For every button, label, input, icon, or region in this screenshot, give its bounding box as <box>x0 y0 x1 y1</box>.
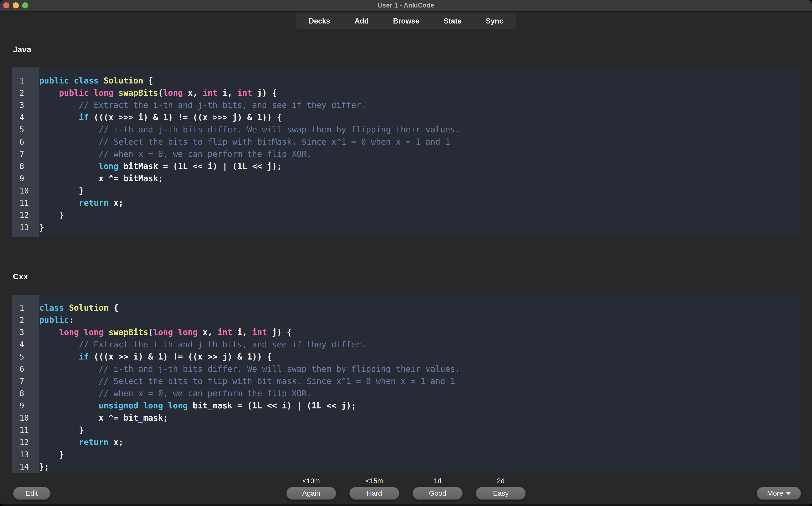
code-line: 14}; <box>12 460 800 473</box>
code-block: 1public class Solution {2 public long sw… <box>12 68 800 237</box>
close-button[interactable] <box>3 2 9 8</box>
code-line: 10 } <box>12 185 800 197</box>
code-line: 6 // Select the bits to flip with bitMas… <box>12 136 800 148</box>
easy-button[interactable]: Easy <box>476 487 526 500</box>
line-number: 12 <box>12 209 39 222</box>
code-text: } <box>39 425 84 435</box>
card-title: Java <box>13 45 800 55</box>
code-text: } <box>39 223 44 232</box>
line-number: 9 <box>12 173 39 185</box>
code-text: long bitMask = (1L << i) | (1L << j); <box>39 162 282 171</box>
rating-column: 2dEasy <box>476 477 526 500</box>
code-line: 12 } <box>12 209 800 221</box>
chevron-down-icon <box>786 492 791 495</box>
code-text: return x; <box>39 438 123 447</box>
code-line: 13 } <box>12 448 800 460</box>
code-line: 3 // Extract the i-th and j-th bits, and… <box>12 99 800 111</box>
line-number: 4 <box>12 111 39 124</box>
good-button[interactable]: Good <box>413 487 463 500</box>
ankicode-window: User 1 - AnkiCode DecksAddBrowseStatsSyn… <box>0 0 812 506</box>
line-number: 3 <box>12 326 39 339</box>
code-line: 8 long bitMask = (1L << i) | (1L << j); <box>12 160 800 172</box>
code-text: public: <box>39 315 74 325</box>
line-number: 5 <box>12 124 39 136</box>
card-section-java: Java1public class Solution {2 public lon… <box>12 45 800 237</box>
card-section-cxx: Cxx1class Solution {2public:3 long long … <box>12 272 800 476</box>
main-menu: DecksAddBrowseStatsSync <box>296 13 516 29</box>
code-text: long long swapBits(long long x, int i, i… <box>39 328 292 337</box>
code-text: } <box>39 210 64 220</box>
code-text: x ^= bitMask; <box>39 174 163 183</box>
code-text: } <box>39 450 64 459</box>
code-lines: 1class Solution {2public:3 long long swa… <box>12 294 800 476</box>
code-block: 1class Solution {2public:3 long long swa… <box>12 294 800 476</box>
code-line: 1public class Solution { <box>12 75 800 87</box>
code-line: 11 } <box>12 424 800 436</box>
code-text: // Select the bits to flip with bitMask.… <box>39 137 450 147</box>
line-number: 7 <box>12 375 39 388</box>
line-number: 11 <box>12 424 39 436</box>
interval-label: 1d <box>434 477 441 487</box>
code-text: // i-th and j-th bits differ. We will sw… <box>39 364 460 373</box>
code-line: 8 // when x = 0, we can perform the flip… <box>12 387 800 400</box>
code-line: 3 long long swapBits(long long x, int i,… <box>12 326 800 338</box>
code-text: }; <box>39 462 49 472</box>
code-text: // Select the bits to flip with bit_mask… <box>39 376 455 386</box>
code-text: unsigned long long bit_mask = (1L << i) … <box>39 401 356 410</box>
line-number: 8 <box>12 160 39 173</box>
code-line: 5 // i-th and j-th bits differ. We will … <box>12 123 800 136</box>
rating-buttons: <10mAgain<15mHard1dGood2dEasy <box>286 477 526 500</box>
more-button-label: More <box>767 489 783 497</box>
menu-item-browse[interactable]: Browse <box>393 17 419 25</box>
line-number: 7 <box>12 148 39 160</box>
zoom-button[interactable] <box>22 2 28 8</box>
line-number: 1 <box>12 302 39 314</box>
menu-item-decks[interactable]: Decks <box>309 17 330 25</box>
code-line: 2 public long swapBits(long x, int i, in… <box>12 87 800 99</box>
code-line: 6 // i-th and j-th bits differ. We will … <box>12 363 800 375</box>
code-line: 13} <box>12 221 800 234</box>
code-text: // i-th and j-th bits differ. We will sw… <box>39 125 460 134</box>
interval-label: 2d <box>497 477 504 487</box>
code-text: // when x = 0, we can perform the flip X… <box>39 149 312 159</box>
rating-column: <15mHard <box>349 477 400 500</box>
window-title: User 1 - AnkiCode <box>0 2 812 9</box>
line-number: 10 <box>12 412 39 424</box>
line-number: 13 <box>12 449 39 461</box>
hard-button[interactable]: Hard <box>349 487 400 500</box>
interval-label: <10m <box>303 477 320 487</box>
menu-item-add[interactable]: Add <box>354 17 369 25</box>
line-number: 10 <box>12 185 39 197</box>
code-text: // when x = 0, we can perform the flip X… <box>39 389 312 398</box>
rating-column: 1dGood <box>413 477 463 500</box>
code-line: 2public: <box>12 314 800 326</box>
code-text: class Solution { <box>39 303 118 313</box>
window-bottom-edge <box>0 504 812 506</box>
code-text: } <box>39 186 84 195</box>
code-text: x ^= bit_mask; <box>39 413 168 423</box>
code-text: return x; <box>39 198 123 207</box>
edit-button[interactable]: Edit <box>13 487 50 500</box>
code-line: 7 // Select the bits to flip with bit_ma… <box>12 375 800 387</box>
code-line: 10 x ^= bit_mask; <box>12 412 800 424</box>
line-number: 4 <box>12 339 39 351</box>
line-number: 12 <box>12 436 39 449</box>
more-button[interactable]: More <box>756 487 801 500</box>
code-line: 11 return x; <box>12 197 800 209</box>
code-line: 4 // Extract the i-th and j-th bits, and… <box>12 338 800 351</box>
code-line: 1class Solution { <box>12 302 800 314</box>
line-number: 2 <box>12 314 39 326</box>
line-number: 14 <box>12 461 39 473</box>
code-text: if (((x >>> i) & 1) != ((x >>> j) & 1)) … <box>39 113 282 122</box>
menu-item-sync[interactable]: Sync <box>486 17 503 25</box>
code-text: if (((x >> i) & 1) != ((x >> j) & 1)) { <box>39 352 272 361</box>
code-line: 4 if (((x >>> i) & 1) != ((x >>> j) & 1)… <box>12 111 800 123</box>
code-line: 9 unsigned long long bit_mask = (1L << i… <box>12 400 800 412</box>
line-number: 3 <box>12 99 39 111</box>
line-number: 6 <box>12 136 39 148</box>
title-bar: User 1 - AnkiCode <box>0 0 812 11</box>
code-line: 12 return x; <box>12 436 800 448</box>
again-button[interactable]: Again <box>286 487 336 500</box>
menu-item-stats[interactable]: Stats <box>443 17 462 25</box>
minimize-button[interactable] <box>13 2 19 8</box>
